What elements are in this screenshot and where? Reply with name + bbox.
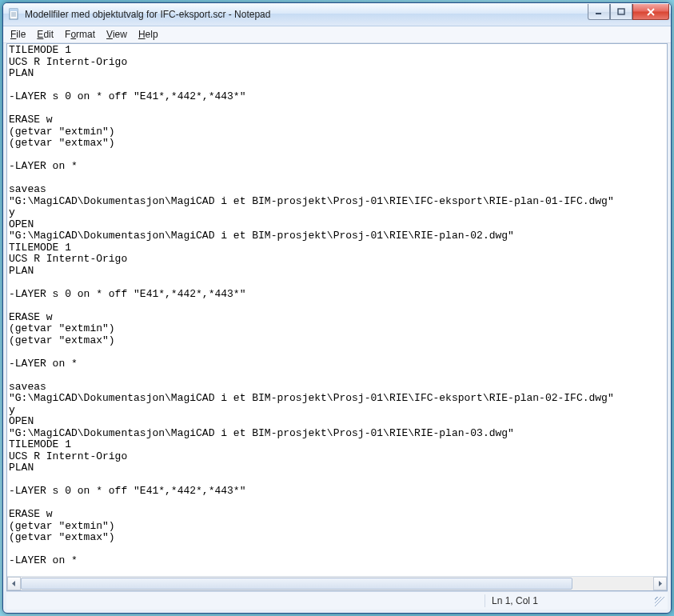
svg-rect-1 (10, 9, 18, 11)
resize-grip-icon[interactable] (652, 594, 666, 608)
menu-help[interactable]: Help (133, 28, 164, 41)
editor-frame: TILEMODE 1 UCS R Internt-Origo PLAN -LAY… (6, 43, 668, 591)
window-controls (588, 4, 669, 20)
close-button[interactable] (632, 4, 669, 20)
notepad-app-icon (8, 8, 21, 21)
scroll-right-button[interactable] (653, 577, 667, 590)
menu-file[interactable]: File (5, 28, 31, 41)
titlebar[interactable]: Modellfiler med objektutvalg for IFC-eks… (3, 3, 671, 26)
scroll-thumb[interactable] (21, 578, 572, 590)
status-bar: Ln 1, Col 1 (6, 591, 668, 610)
menu-bar: File Edit Format View Help (3, 26, 671, 43)
maximize-button[interactable] (610, 4, 632, 20)
menu-edit[interactable]: Edit (31, 28, 59, 41)
horizontal-scrollbar[interactable] (7, 576, 667, 590)
text-editor[interactable]: TILEMODE 1 UCS R Internt-Origo PLAN -LAY… (7, 44, 667, 576)
notepad-window: Modellfiler med objektutvalg for IFC-eks… (2, 2, 672, 614)
scroll-left-button[interactable] (7, 577, 21, 590)
scroll-track[interactable] (21, 577, 653, 590)
window-title: Modellfiler med objektutvalg for IFC-eks… (25, 9, 588, 20)
status-cursor-position: Ln 1, Col 1 (485, 595, 544, 606)
menu-view[interactable]: View (101, 28, 133, 41)
menu-format[interactable]: Format (59, 28, 101, 41)
svg-rect-6 (618, 9, 624, 14)
minimize-button[interactable] (588, 4, 610, 20)
